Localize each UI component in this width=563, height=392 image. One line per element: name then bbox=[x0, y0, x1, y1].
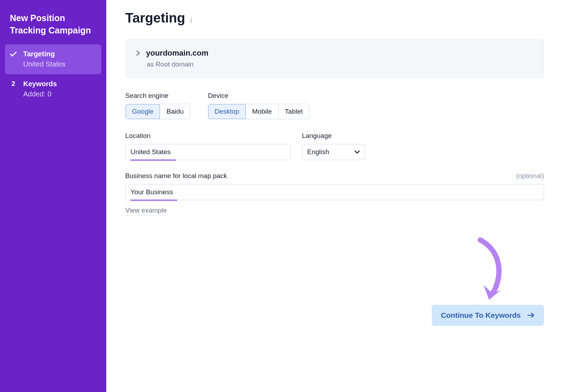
search-engine-label: Search engine bbox=[125, 92, 190, 100]
highlight-underline bbox=[130, 200, 177, 201]
view-example-link[interactable]: View example bbox=[125, 207, 167, 215]
step-sub: United States bbox=[23, 59, 96, 69]
location-value: United States bbox=[131, 148, 171, 156]
chevron-down-icon bbox=[354, 150, 360, 154]
step-sub: Added: 0 bbox=[23, 89, 96, 99]
search-engine-option-baidu[interactable]: Baidu bbox=[160, 104, 190, 119]
optional-label: (optional) bbox=[516, 172, 544, 180]
continue-label: Continue To Keywords bbox=[441, 311, 521, 320]
business-name-label: Business name for local map pack bbox=[125, 172, 227, 180]
annotation-arrow-icon bbox=[468, 237, 510, 308]
language-label: Language bbox=[302, 132, 365, 140]
sidebar-step-keywords[interactable]: 2 Keywords Added: 0 bbox=[5, 74, 101, 104]
main-panel: Targeting i yourdomain.com as Root domai… bbox=[106, 0, 563, 392]
location-label: Location bbox=[125, 132, 291, 140]
location-input[interactable]: United States bbox=[125, 144, 291, 160]
step-name: Targeting bbox=[23, 49, 96, 59]
sidebar-step-targeting[interactable]: Targeting United States bbox=[5, 44, 101, 74]
device-option-tablet[interactable]: Tablet bbox=[279, 104, 309, 119]
sidebar: New Position Tracking Campaign Targeting… bbox=[0, 0, 106, 392]
language-value: English bbox=[307, 148, 329, 156]
step-content: Targeting United States bbox=[23, 49, 96, 69]
chevron-right-icon bbox=[136, 50, 140, 56]
continue-to-keywords-button[interactable]: Continue To Keywords bbox=[432, 305, 544, 326]
business-name-input[interactable]: Your Business bbox=[125, 184, 544, 200]
location-block: Location United States bbox=[125, 132, 291, 160]
domain-sub: as Root domain bbox=[147, 61, 533, 68]
device-option-desktop[interactable]: Desktop bbox=[208, 104, 246, 119]
language-block: Language English bbox=[302, 132, 365, 160]
search-engine-group: Google Baidu bbox=[125, 104, 190, 119]
search-engine-option-google[interactable]: Google bbox=[126, 104, 160, 119]
domain-name: yourdomain.com bbox=[146, 49, 208, 58]
info-icon[interactable]: i bbox=[190, 15, 192, 25]
step-number: 2 bbox=[10, 79, 17, 89]
domain-summary[interactable]: yourdomain.com as Root domain bbox=[125, 39, 544, 78]
page-title-row: Targeting i bbox=[125, 11, 544, 26]
highlight-underline bbox=[130, 159, 176, 161]
device-option-mobile[interactable]: Mobile bbox=[246, 104, 279, 119]
sidebar-title: New Position Tracking Campaign bbox=[5, 12, 101, 44]
step-name: Keywords bbox=[23, 79, 96, 89]
device-label: Device bbox=[208, 92, 309, 100]
step-content: Keywords Added: 0 bbox=[23, 79, 96, 99]
check-icon bbox=[10, 49, 17, 57]
business-name-value: Your Business bbox=[131, 188, 173, 196]
search-engine-block: Search engine Google Baidu bbox=[125, 92, 190, 119]
device-group: Desktop Mobile Tablet bbox=[208, 104, 309, 119]
device-block: Device Desktop Mobile Tablet bbox=[208, 92, 309, 119]
arrow-right-icon bbox=[527, 312, 535, 318]
page-title: Targeting bbox=[125, 11, 185, 26]
language-select[interactable]: English bbox=[302, 144, 365, 160]
